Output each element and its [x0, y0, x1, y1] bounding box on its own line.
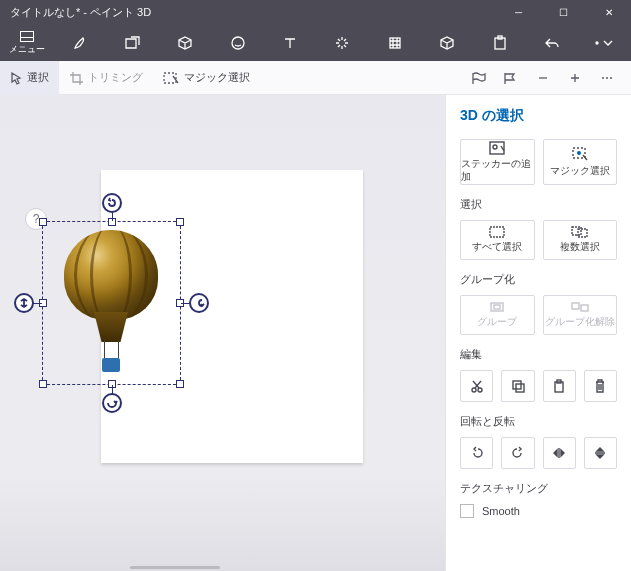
title-bar: タイトルなし* - ペイント 3D ─ ☐ ✕ — [0, 0, 631, 25]
texturing-section-heading: テクスチャリング — [460, 481, 617, 496]
crop-mode[interactable]: トリミング — [59, 61, 153, 95]
multi-select-button[interactable]: 複数選択 — [543, 220, 618, 260]
scissors-icon — [470, 379, 484, 393]
svg-rect-18 — [572, 303, 579, 309]
more-dropdown[interactable] — [579, 25, 631, 61]
paste-button[interactable] — [543, 370, 576, 402]
menu-button[interactable]: メニュー — [0, 31, 54, 56]
svg-rect-16 — [491, 303, 503, 311]
group-icon — [489, 301, 505, 313]
flip-horizontal-button[interactable] — [543, 437, 576, 469]
menu-icon — [20, 31, 34, 42]
smooth-checkbox[interactable]: Smooth — [460, 504, 617, 518]
rotate-ccw-button[interactable] — [460, 437, 493, 469]
brushes-tool[interactable] — [54, 25, 106, 61]
selection-bounds[interactable] — [42, 221, 181, 385]
undo-tool[interactable] — [526, 25, 578, 61]
menu-label: メニュー — [9, 43, 45, 56]
magic-select-icon — [163, 71, 179, 85]
ungroup-button: グループ化解除 — [543, 295, 618, 335]
workspace: ? — [0, 95, 631, 571]
select-all-icon — [489, 226, 505, 238]
select-section-heading: 選択 — [460, 197, 617, 212]
rotate-ccw-icon — [470, 446, 484, 460]
canvas-tool[interactable] — [369, 25, 421, 61]
group-button: グループ — [460, 295, 535, 335]
multi-select-icon — [571, 226, 589, 238]
resize-handle[interactable] — [176, 380, 184, 388]
resize-handle[interactable] — [176, 218, 184, 226]
paste-tool[interactable] — [474, 25, 526, 61]
checkbox-icon — [460, 504, 474, 518]
svg-point-20 — [472, 388, 476, 392]
svg-rect-22 — [513, 381, 521, 389]
trash-icon — [594, 379, 606, 393]
canvas-area[interactable]: ? — [0, 95, 445, 571]
svg-rect-15 — [578, 229, 587, 237]
close-button[interactable]: ✕ — [586, 0, 631, 25]
svg-rect-2 — [495, 38, 505, 49]
sticker-icon — [488, 140, 506, 155]
more-button[interactable] — [591, 71, 623, 85]
flag-outline-button[interactable] — [463, 71, 495, 85]
rotate-cw-button[interactable] — [501, 437, 534, 469]
zoom-in-button[interactable] — [559, 71, 591, 85]
make-sticker-button[interactable]: ステッカーの追加 — [460, 139, 535, 185]
svg-point-10 — [493, 145, 497, 149]
rotate-x-handle[interactable] — [189, 293, 209, 313]
svg-point-12 — [577, 151, 581, 155]
svg-point-4 — [596, 42, 598, 44]
effects-tool[interactable] — [316, 25, 368, 61]
resize-handle[interactable] — [39, 380, 47, 388]
magic-select-label: マジック選択 — [184, 70, 250, 85]
side-panel: 3D の選択 ステッカーの追加 マジック選択 選択 すべて選択 — [445, 95, 631, 571]
crop-icon — [69, 71, 83, 85]
magic-select-mode[interactable]: マジック選択 — [153, 61, 260, 95]
group-section-heading: グループ化 — [460, 272, 617, 287]
rotate-y-handle[interactable] — [14, 293, 34, 313]
rotate-handle[interactable] — [102, 393, 122, 413]
select-label: 選択 — [27, 70, 49, 85]
copy-icon — [511, 379, 525, 393]
3d-library-tool[interactable] — [421, 25, 473, 61]
3d-shapes-tool[interactable] — [159, 25, 211, 61]
flip-v-icon — [593, 446, 607, 460]
ungroup-icon — [571, 301, 589, 313]
svg-rect-14 — [572, 227, 581, 235]
app-window: タイトルなし* - ペイント 3D ─ ☐ ✕ メニュー 選択 — [0, 0, 631, 571]
svg-point-6 — [602, 77, 604, 79]
copy-button[interactable] — [501, 370, 534, 402]
flag-button[interactable] — [495, 71, 527, 85]
delete-button[interactable] — [584, 370, 617, 402]
svg-rect-1 — [390, 38, 400, 48]
maximize-button[interactable]: ☐ — [541, 0, 586, 25]
rotate-cw-icon — [511, 446, 525, 460]
select-all-button[interactable]: すべて選択 — [460, 220, 535, 260]
select-mode[interactable]: 選択 — [0, 61, 59, 95]
stickers-tool[interactable] — [211, 25, 263, 61]
edit-section-heading: 編集 — [460, 347, 617, 362]
smooth-label: Smooth — [482, 505, 520, 517]
resize-handle[interactable] — [39, 218, 47, 226]
minimize-button[interactable]: ─ — [496, 0, 541, 25]
zoom-out-button[interactable] — [527, 71, 559, 85]
cursor-icon — [10, 71, 22, 85]
magic-select-icon — [571, 146, 589, 162]
selection-toolbar: 選択 トリミング マジック選択 — [0, 61, 631, 95]
paste-icon — [553, 379, 565, 393]
svg-rect-13 — [490, 227, 504, 237]
rotate-z-handle[interactable] — [102, 193, 122, 213]
horizontal-scrollbar[interactable] — [130, 566, 220, 569]
svg-rect-23 — [516, 384, 524, 392]
svg-rect-19 — [581, 305, 588, 311]
magic-select-button[interactable]: マジック選択 — [543, 139, 618, 185]
2d-shapes-tool[interactable] — [106, 25, 158, 61]
flip-vertical-button[interactable] — [584, 437, 617, 469]
flip-h-icon — [552, 446, 566, 460]
cut-button[interactable] — [460, 370, 493, 402]
svg-point-7 — [606, 77, 608, 79]
crop-label: トリミング — [88, 70, 143, 85]
text-tool[interactable] — [264, 25, 316, 61]
main-toolbar: メニュー — [0, 25, 631, 61]
svg-rect-17 — [494, 305, 500, 309]
